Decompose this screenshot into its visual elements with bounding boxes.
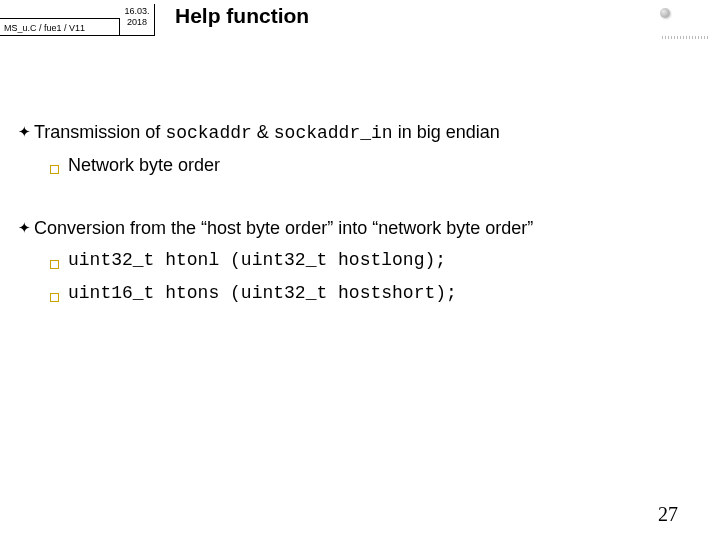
bullet-2-sub-1: uint32_t htonl (uint32_t hostlong); xyxy=(50,248,690,275)
header-box: MS_u.C / fue1 / V11 16.03. 2018 xyxy=(0,4,155,36)
square-bullet-icon xyxy=(50,284,68,308)
bullet-2-sub-2: uint16_t htons (uint32_t hostshort); xyxy=(50,281,690,308)
header-date: 16.03. 2018 xyxy=(120,6,154,28)
bullet-2-sub-2-code: uint16_t htons (uint32_t hostshort); xyxy=(68,281,457,305)
bullet-1-post: in big endian xyxy=(393,122,500,142)
bullet-1-pre: Transmission of xyxy=(34,122,165,142)
z-bullet-icon: ✦ xyxy=(18,120,34,144)
page-number: 27 xyxy=(658,503,678,526)
bullet-1-code2: sockaddr_in xyxy=(274,123,393,143)
header-date-top: 16.03. xyxy=(124,6,149,16)
bullet-2: ✦ Conversion from the “host byte order” … xyxy=(18,216,690,240)
decorative-dot-icon xyxy=(660,8,670,18)
decorative-bar-icon xyxy=(662,36,710,39)
square-bullet-icon xyxy=(50,251,68,275)
bullet-1: ✦ Transmission of sockaddr & sockaddr_in… xyxy=(18,120,690,145)
bullet-1-sub-1: Network byte order xyxy=(50,153,690,180)
header-date-bottom: 2018 xyxy=(127,17,147,27)
square-bullet-icon xyxy=(50,156,68,180)
bullet-2-text: Conversion from the “host byte order” in… xyxy=(34,216,690,240)
bullet-1-code1: sockaddr xyxy=(165,123,251,143)
bullet-1-sub-1-text: Network byte order xyxy=(68,153,220,177)
bullet-1-text: Transmission of sockaddr & sockaddr_in i… xyxy=(34,120,690,145)
bullet-1-mid: & xyxy=(252,122,274,142)
content-body: ✦ Transmission of sockaddr & sockaddr_in… xyxy=(18,120,690,314)
bullet-2-sub-1-code: uint32_t htonl (uint32_t hostlong); xyxy=(68,248,446,272)
page-title: Help function xyxy=(175,4,309,28)
header-course: MS_u.C / fue1 / V11 xyxy=(0,18,120,36)
z-bullet-icon: ✦ xyxy=(18,216,34,240)
